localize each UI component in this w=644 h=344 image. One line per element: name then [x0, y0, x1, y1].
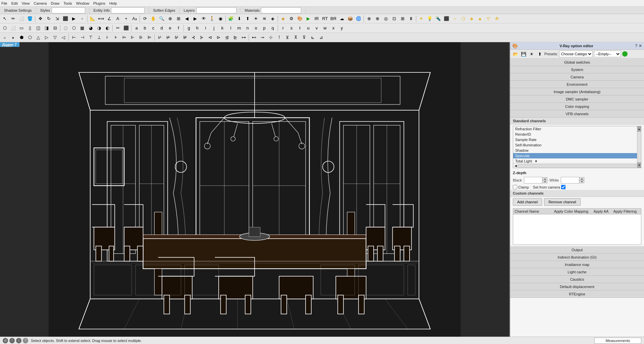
protractor-tool[interactable]: ∠	[105, 15, 113, 23]
vray-chaos[interactable]: 🌀	[355, 15, 363, 23]
ex15[interactable]: ⊰	[189, 33, 197, 42]
standard-channels-listbox[interactable]: Refraction Filter RenderID Sample Rate S…	[513, 126, 641, 168]
white-spin-up[interactable]: ▲	[580, 177, 584, 180]
listbox-scrollbar[interactable]: ▲ ▼	[637, 126, 641, 168]
cube-top[interactable]: ⬜	[9, 24, 17, 32]
push-pull-tool[interactable]: ⬛	[61, 15, 69, 23]
nav-camera[interactable]: Camera	[510, 73, 644, 81]
nav-default-displacement[interactable]: Default displacement	[510, 283, 644, 290]
vray-light7[interactable]: ◈	[468, 15, 476, 23]
ex22[interactable]: ⊷	[250, 33, 258, 42]
viewport[interactable]: Scene 7 Front	[0, 42, 510, 337]
vray-light1[interactable]: ☀	[417, 15, 425, 23]
ex24[interactable]: ⊹	[267, 33, 275, 42]
ex11[interactable]: ⊬	[156, 33, 164, 42]
extra1[interactable]: ⊢	[70, 33, 78, 42]
look-tool[interactable]: ◉	[216, 15, 224, 23]
vray-br[interactable]: BR	[329, 15, 337, 23]
comp-q[interactable]: q	[269, 24, 277, 32]
cube-iso[interactable]: ⬡	[1, 24, 9, 32]
styles-input[interactable]	[52, 7, 85, 13]
extra6[interactable]: ⊧	[112, 33, 120, 42]
vray-assets[interactable]: 📦	[346, 15, 354, 23]
nav-irradiance-map[interactable]: Irradiance map	[510, 261, 644, 268]
comp-g[interactable]: g	[185, 24, 193, 32]
nav-caustics[interactable]: Caustics	[510, 276, 644, 283]
section-cut[interactable]: ✂	[114, 24, 122, 32]
menu-plugins[interactable]: Plugins	[93, 1, 105, 5]
black-spinbox[interactable]: 0,001 ▲ ▼	[524, 177, 547, 184]
orbit-tool[interactable]: ⟳	[141, 15, 149, 23]
nav-v[interactable]: v	[313, 24, 321, 32]
nav-t[interactable]: t	[296, 24, 304, 32]
vray-light9[interactable]: ▽	[484, 15, 492, 23]
3dtext-tool[interactable]: A₃	[130, 15, 139, 23]
tape-tool[interactable]: 📐	[89, 15, 97, 23]
panel-load-btn[interactable]: 📂	[512, 51, 519, 57]
extra10[interactable]: ⊫	[145, 33, 153, 42]
pencil-tool[interactable]: ✏	[9, 15, 17, 23]
mono-btn[interactable]: ◐	[103, 24, 111, 32]
hscroll-track[interactable]	[518, 164, 637, 167]
textured-btn[interactable]: ◑	[95, 24, 103, 32]
shaded-btn[interactable]: ◕	[87, 24, 95, 32]
render-go-button[interactable]	[622, 51, 628, 57]
shadow-settings-item[interactable]: Shadow Settings	[0, 7, 36, 14]
extra9[interactable]: ⊪	[137, 33, 145, 42]
comp-p[interactable]: p	[260, 24, 268, 32]
ex19[interactable]: ⊴	[223, 33, 231, 42]
ex14[interactable]: ⊯	[181, 33, 189, 42]
panel-help-icon[interactable]: ?	[635, 44, 637, 48]
shape5[interactable]: △	[34, 33, 42, 42]
black-spin-up[interactable]: ▲	[543, 177, 547, 180]
fog-btn[interactable]: ≋	[260, 15, 268, 23]
nav-output[interactable]: Output	[510, 246, 644, 254]
materials-item[interactable]: Materials	[241, 7, 306, 14]
cube-right[interactable]: ▯	[26, 24, 34, 32]
comp-k[interactable]: k	[218, 24, 226, 32]
vray-light2[interactable]: 💡	[426, 15, 434, 23]
ex13[interactable]: ⊮	[172, 33, 180, 42]
vray-light8[interactable]: ▲	[476, 15, 484, 23]
menu-file[interactable]: File	[1, 1, 7, 5]
channels-list[interactable]: Refraction Filter RenderID Sample Rate S…	[513, 126, 641, 163]
sketch-d[interactable]: d	[158, 24, 166, 32]
pan-tool[interactable]: ✋	[149, 15, 157, 23]
hscroll-left[interactable]: ◀	[514, 164, 518, 167]
comp-o[interactable]: o	[252, 24, 260, 32]
entity-info-input[interactable]	[111, 7, 145, 13]
ex17[interactable]: ⊲	[206, 33, 214, 42]
nav-w[interactable]: w	[321, 24, 329, 32]
panel-save-btn[interactable]: 💾	[520, 51, 527, 57]
sketch-f[interactable]: f	[174, 24, 182, 32]
prev-view-tool[interactable]: ◀	[183, 15, 191, 23]
channel-specular[interactable]: Specular	[513, 153, 641, 158]
channel-renderid[interactable]: RenderID	[513, 132, 641, 137]
comp-l[interactable]: l	[227, 24, 235, 32]
sketch-e[interactable]: e	[166, 24, 174, 32]
menu-camera[interactable]: Camera	[34, 1, 47, 5]
shape4[interactable]: ⬠	[26, 33, 34, 42]
channel-total-light[interactable]: Total Light ▼	[513, 158, 641, 163]
ex20[interactable]: ⊵	[231, 33, 239, 42]
nav-u[interactable]: u	[304, 24, 312, 32]
set-from-camera-label[interactable]: Set from camera	[533, 185, 566, 189]
menu-tools[interactable]: Tools	[63, 1, 72, 5]
vray-light3[interactable]: 🔦	[434, 15, 442, 23]
clamp-label[interactable]: Clamp	[513, 185, 529, 189]
rotate-tool[interactable]: ↻	[45, 15, 53, 23]
vray-rt[interactable]: RT	[321, 15, 329, 23]
remove-channel-button[interactable]: Remove channel	[544, 198, 581, 206]
menu-draw[interactable]: Draw	[51, 1, 59, 5]
cube-left[interactable]: ◨	[43, 24, 51, 32]
hscroll-bar[interactable]: ◀ ▶	[513, 163, 641, 168]
channel-refraction-filter[interactable]: Refraction Filter	[513, 126, 641, 132]
menu-help[interactable]: Help	[109, 1, 117, 5]
nav-rtengine[interactable]: RTEngine	[510, 290, 644, 298]
sketch-c[interactable]: c	[149, 24, 157, 32]
scroll-up[interactable]: ▲	[637, 126, 641, 132]
follow-tool[interactable]: ▶	[70, 15, 78, 23]
white-spin-down[interactable]: ▼	[580, 180, 584, 183]
menu-window[interactable]: Window	[76, 1, 89, 5]
channel-shadow[interactable]: Shadow	[513, 148, 641, 153]
